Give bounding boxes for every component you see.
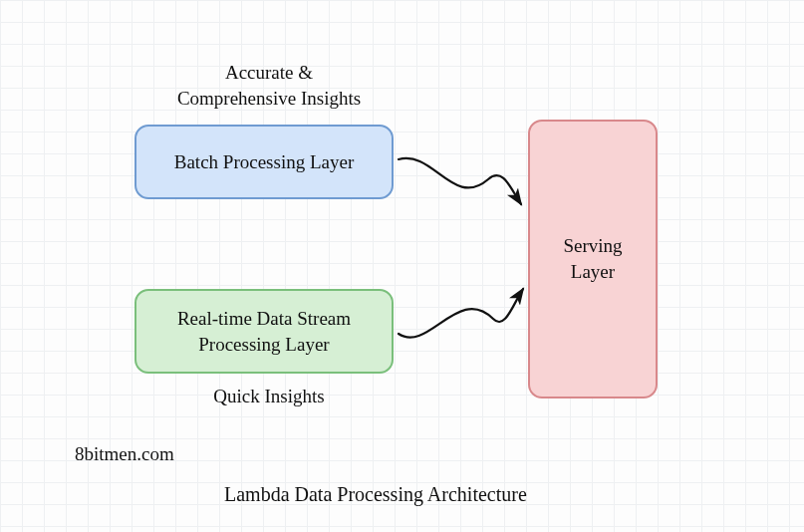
arrow-stream-to-serving bbox=[394, 279, 533, 359]
stream-processing-label: Real-time Data StreamProcessing Layer bbox=[177, 306, 351, 357]
annotation-quick: Quick Insights bbox=[199, 384, 339, 409]
diagram-title: Lambda Data Processing Architecture bbox=[224, 483, 527, 506]
stream-processing-box: Real-time Data StreamProcessing Layer bbox=[134, 289, 394, 374]
batch-processing-label: Batch Processing Layer bbox=[174, 149, 354, 175]
serving-layer-label: ServingLayer bbox=[563, 233, 622, 284]
annotation-accurate: Accurate &Comprehensive Insights bbox=[159, 60, 379, 111]
batch-processing-box: Batch Processing Layer bbox=[134, 125, 394, 199]
arrow-batch-to-serving bbox=[394, 154, 533, 234]
serving-layer-box: ServingLayer bbox=[528, 120, 658, 399]
watermark-text: 8bitmen.com bbox=[75, 443, 174, 465]
